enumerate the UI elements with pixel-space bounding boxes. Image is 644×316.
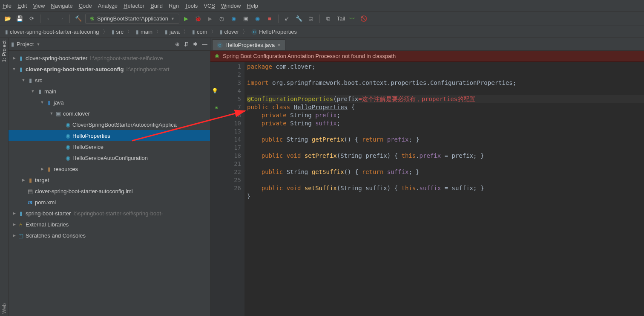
run-coverage-button[interactable]: ▶ xyxy=(205,14,215,24)
project-view-selector[interactable]: ▮ Project ▼ xyxy=(11,41,40,47)
close-tab-button[interactable]: × xyxy=(277,42,281,48)
tree-node[interactable]: ▼▣com.clover xyxy=(9,108,210,119)
structure-button[interactable]: ⧉ xyxy=(323,14,334,24)
breadcrumb-item[interactable]: ▮src xyxy=(109,27,126,37)
menu-code[interactable]: Code xyxy=(79,3,92,9)
menu-build[interactable]: Build xyxy=(150,3,163,9)
menu-view[interactable]: View xyxy=(33,3,45,9)
menu-refactor[interactable]: Refactor xyxy=(124,3,144,9)
line-number[interactable]: 1 xyxy=(211,63,241,71)
tree-node[interactable]: ▼▮clover-spring-boot-starter-autoconfigI… xyxy=(9,64,210,75)
debug-button[interactable]: 🐞 xyxy=(193,14,203,24)
attach-button[interactable]: ▣ xyxy=(241,14,251,24)
tree-twisty[interactable]: ▼ xyxy=(49,111,55,116)
tree-node[interactable]: ▼▮java xyxy=(9,97,210,108)
line-number[interactable]: 14 xyxy=(211,136,241,144)
toolwindow-project-tab[interactable]: 1: Project xyxy=(1,41,7,62)
menu-help[interactable]: Help xyxy=(247,3,258,9)
line-number[interactable]: 5 xyxy=(211,95,241,103)
line-number[interactable]: 3 xyxy=(211,79,241,87)
breadcrumb-item[interactable]: ▮java xyxy=(162,27,182,37)
tree-node[interactable]: ▤clover-spring-boot-starter-autoconfig.i… xyxy=(9,186,210,197)
menu-edit[interactable]: Edit xyxy=(17,3,27,9)
menu-file[interactable]: File xyxy=(3,3,12,9)
menu-analyze[interactable]: Analyze xyxy=(98,3,118,9)
run-button[interactable]: ▶ xyxy=(181,14,191,24)
breadcrumb-item[interactable]: ▮main xyxy=(133,27,155,37)
menu-window[interactable]: Window xyxy=(221,3,241,9)
breadcrumb-item[interactable]: ▮clover xyxy=(217,27,242,37)
tree-twisty[interactable]: ▶ xyxy=(20,178,26,182)
back-button[interactable]: ← xyxy=(44,14,54,24)
menu-tools[interactable]: Tools xyxy=(185,3,198,9)
locate-button[interactable]: ⊕ xyxy=(175,41,180,47)
tree-twisty[interactable]: ▼ xyxy=(11,67,17,71)
editor-tab-helloproperties[interactable]: C HelloProperties.java × xyxy=(212,39,285,50)
tree-node[interactable]: ▶◳Scratches and Consoles xyxy=(9,230,210,241)
block-icon[interactable]: 🚫 xyxy=(359,14,369,24)
inspection-banner[interactable]: ❀ Spring Boot Configuration Annotation P… xyxy=(210,51,644,62)
tree-node[interactable]: ◉HelloProperties xyxy=(9,130,210,141)
run-dashboard-icon[interactable]: ◉ xyxy=(229,14,239,24)
tree-node[interactable]: ▶▮clover-spring-boot-starterI:\springboo… xyxy=(9,52,210,64)
line-number[interactable]: 8 xyxy=(211,111,241,119)
profile-button[interactable]: ◴ xyxy=(217,14,227,24)
line-number[interactable]: 26 xyxy=(211,184,241,192)
save-all-button[interactable]: 💾 xyxy=(14,14,25,24)
tree-twisty[interactable]: ▼ xyxy=(30,89,36,93)
changes-button[interactable]: 🗂 xyxy=(306,14,316,24)
tree-twisty[interactable]: ▼ xyxy=(20,78,26,82)
tree-node[interactable]: ◉HelloService xyxy=(9,141,210,152)
line-number[interactable]: 22 xyxy=(211,168,241,176)
line-number[interactable]: 21 xyxy=(211,160,241,168)
gutter[interactable]: 1234💡57❀8101314171821222526 xyxy=(210,62,244,316)
tree-node[interactable]: ▶▮resources xyxy=(9,163,210,174)
tree-twisty[interactable]: ▼ xyxy=(39,100,45,104)
line-number[interactable]: 25 xyxy=(211,176,241,184)
tree-twisty[interactable]: ▶ xyxy=(11,233,17,238)
open-button[interactable]: 📂 xyxy=(3,14,13,24)
forward-button[interactable]: → xyxy=(56,14,66,24)
code-area[interactable]: package com.clover;import org.springfram… xyxy=(244,62,644,316)
tree-twisty[interactable]: ▶ xyxy=(39,167,45,171)
tree-node[interactable]: ▼▮main xyxy=(9,86,210,97)
stop-dashboard-icon[interactable]: ◉ xyxy=(253,14,263,24)
settings-gear-icon[interactable]: ✱ xyxy=(193,41,198,47)
menu-vcs[interactable]: VCS xyxy=(204,3,215,9)
code-editor[interactable]: 1234💡57❀8101314171821222526 package com.… xyxy=(210,62,644,316)
line-number[interactable]: 13 xyxy=(211,128,241,136)
tree-twisty[interactable]: ▶ xyxy=(11,222,17,226)
breadcrumb-item[interactable]: CHelloProperties xyxy=(249,27,299,37)
menu-navigate[interactable]: Navigate xyxy=(51,3,72,9)
intention-bulb-icon[interactable]: 💡 xyxy=(212,87,218,95)
tree-node[interactable]: ◉HelloServiceAutoConfiguration xyxy=(9,152,210,163)
tree-twisty[interactable]: ▶ xyxy=(11,56,17,60)
tree-node[interactable]: ▶⑃External Libraries xyxy=(9,219,210,230)
line-number[interactable]: 17 xyxy=(211,144,241,152)
tool-button[interactable]: 🔧 xyxy=(294,14,304,24)
project-tree[interactable]: ▶▮clover-spring-boot-starterI:\springboo… xyxy=(9,51,210,316)
tree-twisty[interactable]: ▶ xyxy=(11,211,17,215)
menu-run[interactable]: Run xyxy=(169,3,179,9)
expand-all-button[interactable]: ⇵ xyxy=(184,41,189,47)
monitor-icon[interactable]: 〰 xyxy=(347,14,357,24)
hide-button[interactable]: — xyxy=(202,41,207,47)
stop-button[interactable]: ■ xyxy=(264,14,275,24)
tree-label: HelloService xyxy=(72,144,104,150)
toolwindow-web-tab[interactable]: Web xyxy=(1,303,7,313)
tree-node[interactable]: ▶▮target xyxy=(9,174,210,186)
spring-bean-icon[interactable]: ❀ xyxy=(215,103,218,111)
sync-button[interactable]: ⟳ xyxy=(26,14,37,24)
tree-node[interactable]: mpom.xml xyxy=(9,197,210,208)
build-button[interactable]: 🔨 xyxy=(73,14,83,24)
vcs-update-button[interactable]: ↙ xyxy=(282,14,292,24)
tree-node[interactable]: ▼▮src xyxy=(9,75,210,86)
tree-node[interactable]: ◉CloverSpringBootStarterAutoconfigApplic… xyxy=(9,119,210,130)
tree-node[interactable]: ▶▮spring-boot-starterI:\springboot-start… xyxy=(9,208,210,219)
run-config-selector[interactable]: ❀ SpringBootStarterApplication ▼ xyxy=(85,14,179,24)
line-number[interactable]: 2 xyxy=(211,71,241,79)
breadcrumb-item[interactable]: ▮clover-spring-boot-starter-autoconfig xyxy=(3,27,102,37)
breadcrumb-item[interactable]: ▮com xyxy=(190,27,210,37)
line-number[interactable]: 18 xyxy=(211,152,241,160)
line-number[interactable]: 10 xyxy=(211,119,241,128)
